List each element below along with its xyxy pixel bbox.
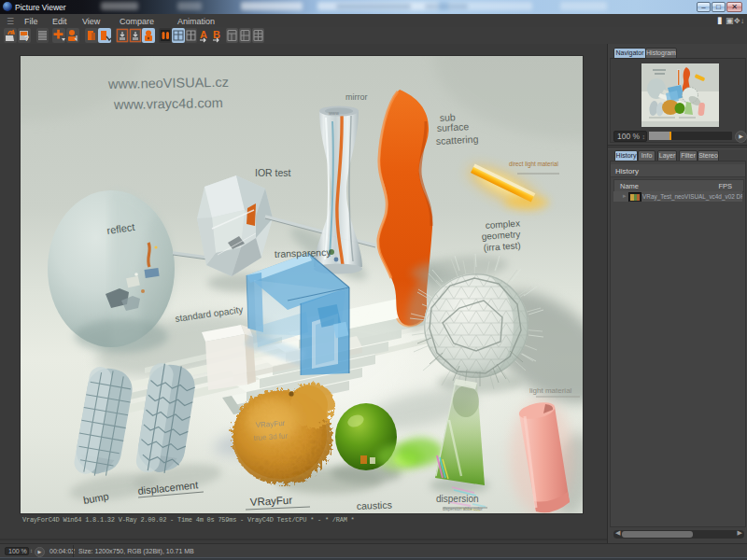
svg-text:caustics: caustics bbox=[357, 499, 392, 511]
svg-text:www: www bbox=[329, 110, 339, 116]
svg-text:mirror: mirror bbox=[345, 92, 368, 102]
svg-text:www.neoVISUAL.cz: www.neoVISUAL.cz bbox=[107, 75, 229, 91]
svg-text:dispersion abbe color: dispersion abbe color bbox=[443, 507, 483, 511]
svg-text:transparency: transparency bbox=[275, 246, 332, 259]
svg-text:?: ? bbox=[24, 34, 29, 43]
svg-text:scattering: scattering bbox=[435, 133, 478, 147]
svg-text:dispersion: dispersion bbox=[436, 494, 479, 504]
svg-text:direct light material: direct light material bbox=[509, 161, 558, 168]
svg-text:www.vrayc4d.com: www.vrayc4d.com bbox=[113, 95, 223, 112]
svg-text:surface: surface bbox=[436, 120, 469, 133]
svg-text:VRayFur: VRayFur bbox=[249, 495, 292, 508]
svg-text:IOR test: IOR test bbox=[255, 167, 291, 178]
svg-text:light material: light material bbox=[529, 386, 572, 395]
